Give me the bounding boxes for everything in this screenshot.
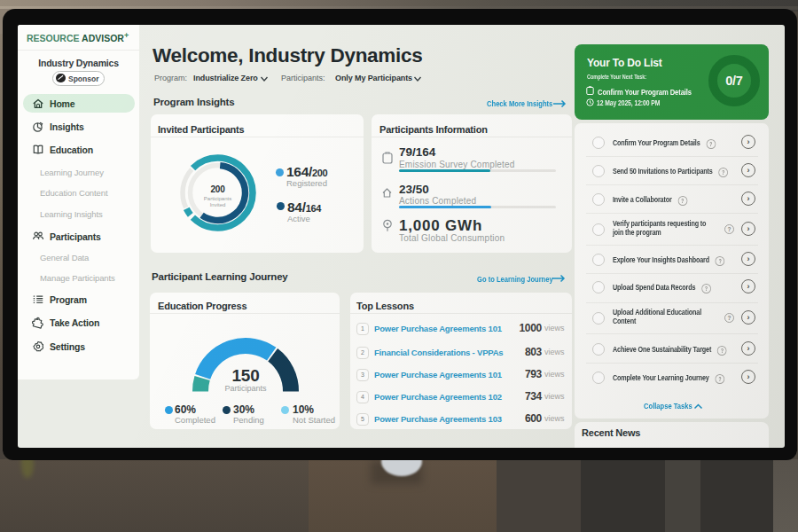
svg-text:Invited: Invited: [210, 202, 226, 207]
svg-text:Participants: Participants: [204, 196, 231, 201]
svg-text:200: 200: [210, 184, 225, 194]
